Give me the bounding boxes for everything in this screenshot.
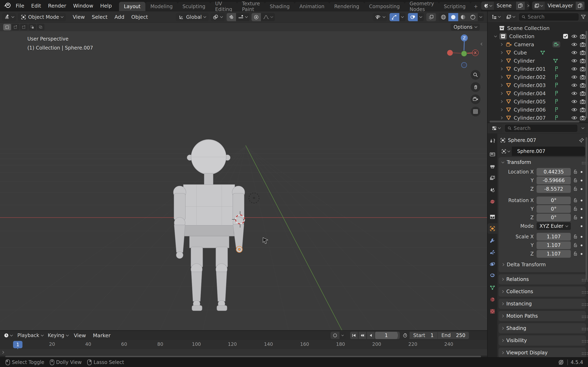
gizmo-x-neg-axis[interactable] [447, 50, 453, 56]
hide-eye-icon[interactable] [571, 107, 577, 112]
start-frame-field[interactable]: Start 1 [410, 333, 437, 338]
mode-dropdown[interactable]: Object Mode [18, 13, 66, 21]
end-frame-field[interactable]: End 250 [438, 333, 469, 338]
pan-button[interactable] [471, 82, 480, 92]
shading-material-button[interactable] [458, 13, 468, 21]
panel-drag-handle[interactable] [582, 279, 583, 280]
expand-chevron-right[interactable] [500, 108, 503, 111]
tab-sculpting[interactable]: Sculpting [178, 2, 210, 11]
breadcrumb-object-name[interactable]: Sphere.007 [508, 137, 536, 143]
animate-dot[interactable] [581, 180, 582, 182]
tab-scripting[interactable]: Scripting [439, 2, 471, 11]
tab-modeling[interactable]: Modeling [145, 2, 177, 11]
playhead-badge[interactable]: 1 [13, 341, 22, 348]
autokey-dropdown[interactable] [339, 332, 346, 339]
rotation-mode-dropdown[interactable]: XYZ Euler [536, 222, 571, 230]
tab-compositing[interactable]: Compositing [364, 2, 405, 11]
humanoid-model[interactable] [0, 31, 487, 330]
section-collections[interactable]: Collections [499, 286, 586, 297]
hide-eye-icon[interactable] [571, 42, 577, 47]
expand-chevron-right[interactable] [500, 59, 503, 62]
select-mode-invert-button[interactable] [28, 24, 36, 30]
hide-eye-icon[interactable] [571, 91, 577, 96]
hide-eye-icon[interactable] [571, 115, 577, 120]
outliner-display-mode-dropdown[interactable] [490, 13, 502, 21]
scale-x-field[interactable]: 1.107 [536, 233, 571, 241]
object-id-browse-button[interactable] [499, 147, 512, 156]
gizmo-x-axis[interactable]: X [472, 50, 479, 56]
expand-chevron-right[interactable] [500, 100, 503, 103]
tab-render[interactable] [488, 149, 497, 160]
outliner-row-cylinder-005[interactable]: Cylinder.005 [488, 98, 588, 106]
gizmo-z-neg-axis[interactable] [461, 62, 467, 68]
expand-chevron-down[interactable] [494, 34, 497, 37]
expand-chevron-right[interactable] [500, 117, 503, 119]
empty-sphere-object[interactable] [248, 192, 260, 204]
keying-menu[interactable]: Keying [48, 333, 68, 338]
prev-keyframe-button[interactable] [359, 332, 366, 339]
tab-world[interactable] [488, 196, 497, 207]
tab-modifiers[interactable] [488, 235, 497, 246]
menu-render[interactable]: Render [44, 3, 70, 9]
section-instancing[interactable]: Instancing [499, 299, 586, 309]
tab-object[interactable] [488, 223, 497, 234]
outliner-row-collection[interactable]: Collection [488, 32, 588, 40]
tab-animation[interactable]: Animation [295, 2, 329, 11]
timeline-channels[interactable] [0, 349, 487, 356]
snap-toggle[interactable] [227, 13, 236, 21]
tab-particles[interactable] [488, 247, 497, 258]
outliner-row-camera[interactable]: Camera [488, 40, 588, 49]
camera-view-button[interactable] [471, 94, 480, 104]
menu-add[interactable]: Add [111, 14, 128, 20]
tab-collection-props[interactable] [488, 211, 497, 222]
lock-icon[interactable] [573, 187, 578, 192]
use-preview-range-toggle[interactable] [401, 332, 410, 339]
select-mode-new-button[interactable] [3, 24, 11, 30]
delta-transform-subpanel[interactable]: Delta Transform [499, 260, 586, 269]
scene-unlink-button[interactable] [525, 2, 529, 10]
scale-y-field[interactable]: 1.107 [536, 242, 571, 249]
outliner-search[interactable] [519, 13, 579, 21]
pivot-point-dropdown[interactable] [211, 13, 225, 21]
section-shading[interactable]: Shading [499, 323, 586, 333]
outliner-hscrollbar[interactable] [490, 121, 579, 123]
play-reverse-button[interactable] [367, 332, 375, 339]
blender-logo-icon[interactable] [3, 2, 11, 9]
xray-toggle[interactable] [426, 13, 436, 21]
location-z-field[interactable]: -8.5572 [536, 185, 571, 193]
viewlayer-browse-button[interactable] [532, 2, 545, 10]
menu-file[interactable]: File [12, 3, 28, 9]
shading-wireframe-button[interactable] [439, 13, 448, 21]
menu-edit[interactable]: Edit [28, 3, 44, 9]
gizmo-z-axis[interactable]: Z [461, 34, 468, 42]
timeline-view-menu[interactable]: View [70, 333, 89, 338]
panel-drag-handle[interactable] [582, 303, 583, 304]
tab-rendering[interactable]: Rendering [329, 2, 364, 11]
hide-eye-icon[interactable] [571, 58, 577, 63]
lock-icon[interactable] [573, 178, 578, 183]
properties-vscrollbar[interactable] [586, 137, 587, 280]
auto-keying-toggle[interactable] [330, 332, 339, 339]
tab-layout[interactable]: Layout [119, 2, 146, 11]
hide-eye-icon[interactable] [571, 67, 577, 71]
location-y-field[interactable]: -0.59666 [536, 176, 571, 184]
scene-name[interactable]: Scene [494, 3, 515, 8]
disable-render-camera-icon[interactable] [580, 99, 586, 104]
zoom-button[interactable] [471, 70, 480, 80]
tab-object-data[interactable] [488, 282, 497, 293]
section-relations[interactable]: Relations [499, 274, 586, 284]
navigation-gizmo[interactable]: Z X [445, 33, 484, 70]
select-mode-subtract-button[interactable] [20, 24, 28, 30]
tab-tool[interactable] [488, 136, 497, 146]
proportional-editing-toggle[interactable] [251, 13, 261, 21]
location-x-field[interactable]: 0.44235 [536, 168, 571, 176]
viewlayer-remove-button[interactable] [584, 2, 585, 10]
tab-output[interactable] [488, 161, 497, 171]
playback-menu[interactable]: Playback [17, 333, 43, 338]
tab-constraints[interactable] [488, 271, 497, 281]
hide-eye-icon[interactable] [571, 34, 577, 39]
select-mode-intersect-button[interactable] [37, 24, 44, 30]
transform-orientation-dropdown[interactable]: Global [176, 13, 209, 21]
animate-dot[interactable] [581, 236, 582, 238]
outliner-row-cylinder-003[interactable]: Cylinder.003 [488, 81, 588, 89]
